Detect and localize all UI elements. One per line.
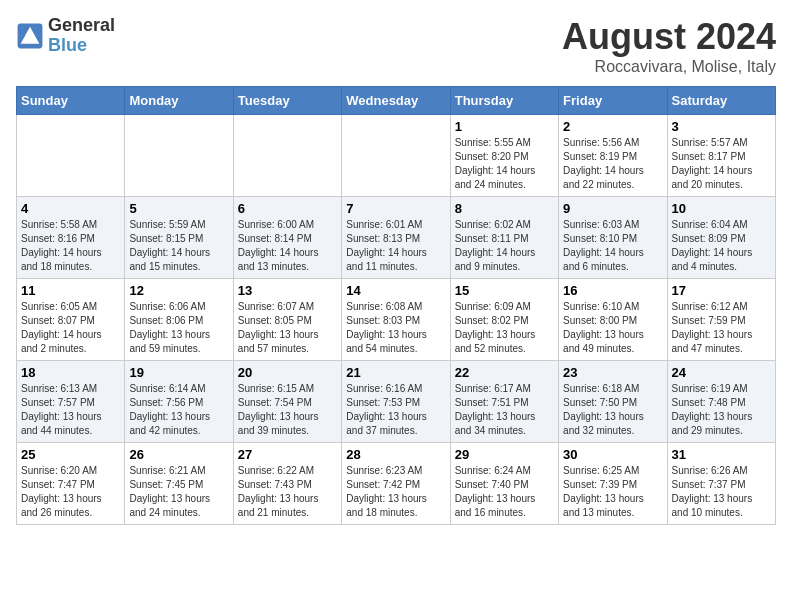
day-info: Sunrise: 6:14 AM Sunset: 7:56 PM Dayligh… [129,382,228,438]
day-info: Sunrise: 6:00 AM Sunset: 8:14 PM Dayligh… [238,218,337,274]
day-info: Sunrise: 6:12 AM Sunset: 7:59 PM Dayligh… [672,300,771,356]
day-number: 17 [672,283,771,298]
day-number: 30 [563,447,662,462]
calendar-cell: 16Sunrise: 6:10 AM Sunset: 8:00 PM Dayli… [559,279,667,361]
calendar-cell: 21Sunrise: 6:16 AM Sunset: 7:53 PM Dayli… [342,361,450,443]
day-number: 14 [346,283,445,298]
day-info: Sunrise: 6:09 AM Sunset: 8:02 PM Dayligh… [455,300,554,356]
calendar-cell: 28Sunrise: 6:23 AM Sunset: 7:42 PM Dayli… [342,443,450,525]
day-info: Sunrise: 6:17 AM Sunset: 7:51 PM Dayligh… [455,382,554,438]
day-info: Sunrise: 6:05 AM Sunset: 8:07 PM Dayligh… [21,300,120,356]
calendar-cell: 9Sunrise: 6:03 AM Sunset: 8:10 PM Daylig… [559,197,667,279]
day-info: Sunrise: 6:20 AM Sunset: 7:47 PM Dayligh… [21,464,120,520]
day-info: Sunrise: 6:06 AM Sunset: 8:06 PM Dayligh… [129,300,228,356]
day-info: Sunrise: 6:13 AM Sunset: 7:57 PM Dayligh… [21,382,120,438]
day-info: Sunrise: 6:15 AM Sunset: 7:54 PM Dayligh… [238,382,337,438]
calendar-cell: 22Sunrise: 6:17 AM Sunset: 7:51 PM Dayli… [450,361,558,443]
col-header-saturday: Saturday [667,87,775,115]
day-info: Sunrise: 6:04 AM Sunset: 8:09 PM Dayligh… [672,218,771,274]
day-number: 15 [455,283,554,298]
day-info: Sunrise: 6:01 AM Sunset: 8:13 PM Dayligh… [346,218,445,274]
day-number: 6 [238,201,337,216]
calendar-cell: 18Sunrise: 6:13 AM Sunset: 7:57 PM Dayli… [17,361,125,443]
calendar-cell: 8Sunrise: 6:02 AM Sunset: 8:11 PM Daylig… [450,197,558,279]
day-number: 27 [238,447,337,462]
calendar-cell: 17Sunrise: 6:12 AM Sunset: 7:59 PM Dayli… [667,279,775,361]
day-number: 31 [672,447,771,462]
day-info: Sunrise: 6:03 AM Sunset: 8:10 PM Dayligh… [563,218,662,274]
day-info: Sunrise: 6:24 AM Sunset: 7:40 PM Dayligh… [455,464,554,520]
calendar-cell: 26Sunrise: 6:21 AM Sunset: 7:45 PM Dayli… [125,443,233,525]
day-number: 9 [563,201,662,216]
calendar-header-row: SundayMondayTuesdayWednesdayThursdayFrid… [17,87,776,115]
day-info: Sunrise: 6:07 AM Sunset: 8:05 PM Dayligh… [238,300,337,356]
day-number: 20 [238,365,337,380]
calendar-cell: 25Sunrise: 6:20 AM Sunset: 7:47 PM Dayli… [17,443,125,525]
day-number: 7 [346,201,445,216]
logo-text: General Blue [48,16,115,56]
calendar-cell: 24Sunrise: 6:19 AM Sunset: 7:48 PM Dayli… [667,361,775,443]
day-number: 16 [563,283,662,298]
day-info: Sunrise: 6:02 AM Sunset: 8:11 PM Dayligh… [455,218,554,274]
calendar-cell [233,115,341,197]
logo-icon [16,22,44,50]
main-title: August 2024 [562,16,776,58]
calendar-cell: 7Sunrise: 6:01 AM Sunset: 8:13 PM Daylig… [342,197,450,279]
calendar-cell: 1Sunrise: 5:55 AM Sunset: 8:20 PM Daylig… [450,115,558,197]
day-number: 8 [455,201,554,216]
calendar-cell: 2Sunrise: 5:56 AM Sunset: 8:19 PM Daylig… [559,115,667,197]
calendar-cell: 30Sunrise: 6:25 AM Sunset: 7:39 PM Dayli… [559,443,667,525]
week-row-2: 4Sunrise: 5:58 AM Sunset: 8:16 PM Daylig… [17,197,776,279]
calendar-cell: 15Sunrise: 6:09 AM Sunset: 8:02 PM Dayli… [450,279,558,361]
col-header-sunday: Sunday [17,87,125,115]
calendar-cell: 14Sunrise: 6:08 AM Sunset: 8:03 PM Dayli… [342,279,450,361]
calendar-cell: 3Sunrise: 5:57 AM Sunset: 8:17 PM Daylig… [667,115,775,197]
calendar-cell: 13Sunrise: 6:07 AM Sunset: 8:05 PM Dayli… [233,279,341,361]
logo: General Blue [16,16,115,56]
calendar-cell: 5Sunrise: 5:59 AM Sunset: 8:15 PM Daylig… [125,197,233,279]
calendar-cell [125,115,233,197]
calendar-cell: 11Sunrise: 6:05 AM Sunset: 8:07 PM Dayli… [17,279,125,361]
day-number: 25 [21,447,120,462]
day-number: 26 [129,447,228,462]
calendar-table: SundayMondayTuesdayWednesdayThursdayFrid… [16,86,776,525]
day-number: 13 [238,283,337,298]
day-number: 3 [672,119,771,134]
day-info: Sunrise: 6:10 AM Sunset: 8:00 PM Dayligh… [563,300,662,356]
day-number: 29 [455,447,554,462]
day-info: Sunrise: 6:23 AM Sunset: 7:42 PM Dayligh… [346,464,445,520]
day-info: Sunrise: 5:56 AM Sunset: 8:19 PM Dayligh… [563,136,662,192]
day-number: 18 [21,365,120,380]
calendar-cell: 27Sunrise: 6:22 AM Sunset: 7:43 PM Dayli… [233,443,341,525]
col-header-friday: Friday [559,87,667,115]
day-info: Sunrise: 6:26 AM Sunset: 7:37 PM Dayligh… [672,464,771,520]
day-info: Sunrise: 6:16 AM Sunset: 7:53 PM Dayligh… [346,382,445,438]
calendar-cell: 6Sunrise: 6:00 AM Sunset: 8:14 PM Daylig… [233,197,341,279]
day-number: 1 [455,119,554,134]
week-row-3: 11Sunrise: 6:05 AM Sunset: 8:07 PM Dayli… [17,279,776,361]
col-header-wednesday: Wednesday [342,87,450,115]
col-header-monday: Monday [125,87,233,115]
calendar-cell: 20Sunrise: 6:15 AM Sunset: 7:54 PM Dayli… [233,361,341,443]
title-block: August 2024 Roccavivara, Molise, Italy [562,16,776,76]
day-info: Sunrise: 5:58 AM Sunset: 8:16 PM Dayligh… [21,218,120,274]
day-info: Sunrise: 6:22 AM Sunset: 7:43 PM Dayligh… [238,464,337,520]
week-row-4: 18Sunrise: 6:13 AM Sunset: 7:57 PM Dayli… [17,361,776,443]
day-number: 11 [21,283,120,298]
day-number: 4 [21,201,120,216]
day-number: 12 [129,283,228,298]
page-header: General Blue August 2024 Roccavivara, Mo… [16,16,776,76]
calendar-cell: 4Sunrise: 5:58 AM Sunset: 8:16 PM Daylig… [17,197,125,279]
col-header-thursday: Thursday [450,87,558,115]
day-info: Sunrise: 6:18 AM Sunset: 7:50 PM Dayligh… [563,382,662,438]
day-number: 23 [563,365,662,380]
calendar-cell: 19Sunrise: 6:14 AM Sunset: 7:56 PM Dayli… [125,361,233,443]
day-number: 10 [672,201,771,216]
day-info: Sunrise: 5:57 AM Sunset: 8:17 PM Dayligh… [672,136,771,192]
week-row-5: 25Sunrise: 6:20 AM Sunset: 7:47 PM Dayli… [17,443,776,525]
day-info: Sunrise: 6:19 AM Sunset: 7:48 PM Dayligh… [672,382,771,438]
day-number: 21 [346,365,445,380]
calendar-cell [17,115,125,197]
day-info: Sunrise: 5:59 AM Sunset: 8:15 PM Dayligh… [129,218,228,274]
week-row-1: 1Sunrise: 5:55 AM Sunset: 8:20 PM Daylig… [17,115,776,197]
